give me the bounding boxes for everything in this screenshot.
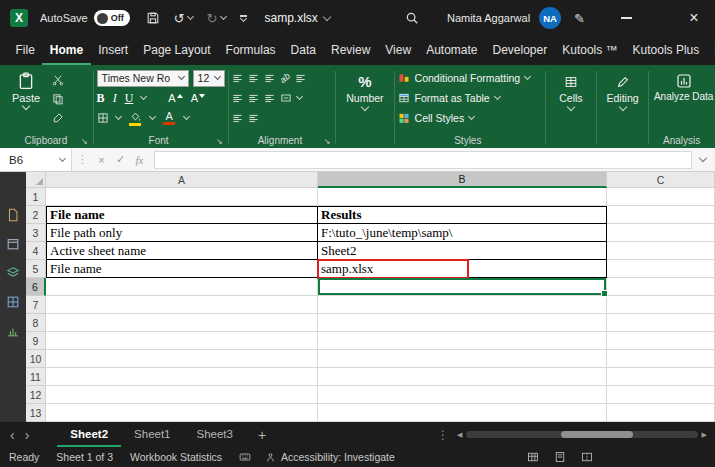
cell-A11[interactable] [46,368,318,386]
cell-B8[interactable] [318,314,607,332]
grid-pane-icon[interactable] [6,295,20,309]
row-header-5[interactable]: 5 [26,260,46,278]
increase-font-size-button[interactable]: A [168,92,182,104]
layers-pane-icon[interactable] [6,266,20,280]
format-as-table-button[interactable]: Format as Table [398,88,543,108]
cell-A8[interactable] [46,314,318,332]
orientation-button[interactable]: ab [278,71,292,85]
cell-C8[interactable] [607,314,715,332]
cell-C5[interactable] [607,260,715,278]
page-break-view-icon[interactable] [581,451,593,463]
close-button[interactable]: × [679,9,709,27]
next-sheet-icon[interactable]: › [25,427,30,443]
cell-B12[interactable] [318,386,607,404]
increase-indent-icon[interactable] [248,113,259,124]
cell-C7[interactable] [607,296,715,314]
borders-icon[interactable] [97,112,109,124]
underline-button[interactable]: U [125,91,134,106]
document-title[interactable]: samp.xlsx [265,11,330,25]
horizontal-scrollbar[interactable]: ◀ ▶ [457,431,707,439]
wrap-text-icon[interactable] [295,73,306,84]
new-sheet-button[interactable]: + [246,422,278,447]
horizontal-scrollbar-thumb[interactable] [561,431,633,438]
scroll-right-icon[interactable]: ▶ [702,431,707,439]
ribbon-tab-review[interactable]: Review [323,36,377,65]
cell-B2[interactable]: Results [318,206,607,224]
sheet-tab-sheet1[interactable]: Sheet1 [121,422,183,447]
name-box-resize-handle[interactable]: ⋮ [72,153,93,166]
align-right-icon[interactable] [264,93,275,104]
row-header-6[interactable]: 6 [26,278,46,296]
ribbon-tab-help[interactable]: Help [707,36,715,65]
redo-button[interactable]: ↻ [207,11,226,26]
cell-A6[interactable] [46,278,318,296]
cell-A7[interactable] [46,296,318,314]
font-dialog-launcher-icon[interactable]: ↘ [216,137,223,146]
undo-button[interactable]: ↺ [174,11,193,26]
alignment-dialog-launcher-icon[interactable]: ↘ [324,137,331,146]
align-middle-icon[interactable] [248,73,259,84]
cell-B1[interactable] [318,188,607,206]
row-header-13[interactable]: 13 [26,404,46,422]
ribbon-tab-formulas[interactable]: Formulas [218,36,283,65]
cell-B10[interactable] [318,350,607,368]
font-color-button[interactable]: A [162,111,177,125]
cell-styles-button[interactable]: Cell Styles [398,108,543,128]
cut-icon[interactable] [52,74,64,86]
cell-B5[interactable]: samp.xlsx [318,260,607,278]
search-icon[interactable] [405,11,419,25]
merge-center-icon[interactable] [280,92,292,104]
cell-A5[interactable]: File name [46,260,318,278]
cell-C3[interactable] [607,224,715,242]
cell-C12[interactable] [607,386,715,404]
ribbon-tab-view[interactable]: View [378,36,419,65]
clipboard-dialog-launcher-icon[interactable]: ↘ [81,137,88,146]
autosave-toggle[interactable]: Off [94,10,130,26]
cell-C1[interactable] [607,188,715,206]
page-layout-view-icon[interactable] [554,451,566,463]
cell-A1[interactable] [46,188,318,206]
ribbon-tab-file[interactable]: File [8,36,42,65]
analyze-data-button[interactable]: Analyze Data [652,68,715,134]
cells-button[interactable]: Cells [549,68,593,134]
scroll-left-icon[interactable]: ◀ [457,431,462,439]
decrease-indent-icon[interactable] [232,113,243,124]
row-header-7[interactable]: 7 [26,296,46,314]
cell-A9[interactable] [46,332,318,350]
document-pane-icon[interactable] [6,208,20,222]
formula-input[interactable] [154,151,692,169]
customize-toolbar-button[interactable] [240,15,247,21]
keyboard-icon[interactable] [239,451,251,463]
row-header-1[interactable]: 1 [26,188,46,206]
cell-A3[interactable]: File path only [46,224,318,242]
select-all-corner[interactable] [26,172,46,188]
align-center-icon[interactable] [248,93,259,104]
ribbon-tab-home[interactable]: Home [42,36,90,65]
ribbon-tab-developer[interactable]: Developer [485,36,555,65]
insert-function-button[interactable]: fx [131,154,148,166]
cell-C9[interactable] [607,332,715,350]
cell-B7[interactable] [318,296,607,314]
align-left-icon[interactable] [232,93,243,104]
cell-B13[interactable] [318,404,607,422]
cell-C11[interactable] [607,368,715,386]
editing-button[interactable]: Editing [600,68,646,134]
ribbon-tab-kutools-plus[interactable]: Kutools Plus [625,36,707,65]
enter-entry-icon[interactable]: ✓ [112,153,129,166]
cell-C6[interactable] [607,278,715,296]
cell-B11[interactable] [318,368,607,386]
sheet-tab-sheet2[interactable]: Sheet2 [57,422,121,447]
ribbon-tab-automate[interactable]: Automate [419,36,485,65]
expand-formula-bar-icon[interactable] [699,154,707,162]
cell-C10[interactable] [607,350,715,368]
underline-chevron-icon[interactable] [140,93,147,100]
cell-A13[interactable] [46,404,318,422]
sheet-tab-sheet3[interactable]: Sheet3 [184,422,246,447]
row-header-10[interactable]: 10 [26,350,46,368]
font-size-combobox[interactable]: 12 [193,70,225,87]
align-top-icon[interactable] [232,73,243,84]
font-name-combobox[interactable]: Times New Ro [97,70,189,87]
name-box[interactable]: B6 [0,148,72,171]
user-name[interactable]: Namita Aggarwal [447,12,530,24]
row-header-12[interactable]: 12 [26,386,46,404]
